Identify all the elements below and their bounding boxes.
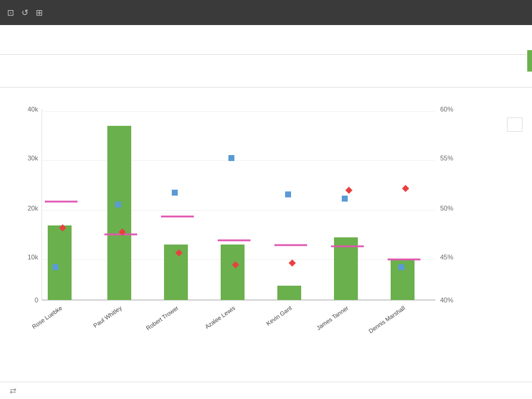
svg-text:Robert Trower: Robert Trower bbox=[145, 304, 180, 332]
bar-kevin bbox=[277, 286, 301, 300]
svg-text:40%: 40% bbox=[440, 296, 453, 304]
svg-text:Rose Luebke: Rose Luebke bbox=[31, 304, 64, 330]
svg-text:Paul Whitley: Paul Whitley bbox=[92, 305, 123, 329]
bar-rose bbox=[48, 225, 72, 300]
svg-text:Kevin Gant: Kevin Gant bbox=[265, 305, 293, 327]
toolbar-icon-2[interactable]: ↺ bbox=[19, 7, 31, 18]
svg-text:20k: 20k bbox=[27, 205, 38, 212]
filter-bar: ⊡ ↺ ⊞ bbox=[0, 0, 532, 25]
green-indicator bbox=[527, 50, 532, 72]
chart-svg: 40k 30k 20k 10k 0 60% 55% 50% 45% 40% bbox=[12, 97, 465, 336]
bluesq-kevin bbox=[285, 191, 291, 197]
svg-text:45%: 45% bbox=[440, 253, 453, 261]
toolbar-icon-1[interactable]: ⊡ bbox=[5, 7, 17, 18]
svg-text:0: 0 bbox=[35, 296, 38, 304]
bar-paul bbox=[107, 126, 131, 300]
diamond-dennis bbox=[402, 185, 409, 192]
legend bbox=[507, 117, 522, 132]
svg-text:Dennis Marshall: Dennis Marshall bbox=[367, 305, 406, 335]
svg-text:10k: 10k bbox=[27, 253, 38, 261]
bluesq-paul bbox=[115, 202, 121, 208]
svg-text:60%: 60% bbox=[440, 106, 453, 113]
svg-text:Azalee Lewis: Azalee Lewis bbox=[204, 305, 237, 330]
svg-text:40k: 40k bbox=[27, 106, 38, 113]
svg-text:James Tanner: James Tanner bbox=[316, 304, 350, 331]
svg-text:50%: 50% bbox=[440, 205, 453, 212]
svg-text:55%: 55% bbox=[440, 154, 453, 162]
bluesq-azalee bbox=[228, 155, 234, 161]
svg-text:30k: 30k bbox=[27, 154, 38, 162]
bluesq-robert bbox=[172, 190, 178, 196]
breadcrumb-bar: ⇄ bbox=[0, 382, 532, 399]
bluesq-james bbox=[342, 196, 348, 202]
toolbar-icon-3[interactable]: ⊞ bbox=[33, 7, 45, 18]
bluesq-dennis bbox=[398, 264, 404, 270]
page-title-bar bbox=[0, 25, 532, 55]
diamond-kevin bbox=[289, 259, 296, 267]
bar-azalee bbox=[221, 245, 245, 300]
main-content: 40k 30k 20k 10k 0 60% 55% 50% 45% 40% bbox=[0, 88, 532, 399]
filter-row bbox=[0, 55, 532, 88]
diamond-james bbox=[345, 187, 352, 194]
bluesq-rose bbox=[52, 264, 58, 270]
breadcrumb-icon: ⇄ bbox=[10, 386, 17, 395]
